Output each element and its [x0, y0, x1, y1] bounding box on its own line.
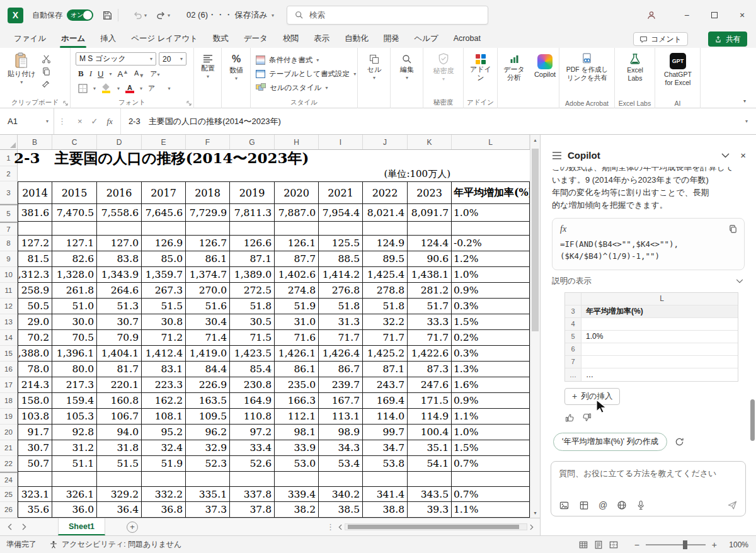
sheet-tab-sheet1[interactable]: Sheet1	[58, 518, 105, 535]
row-number-20[interactable]: 20	[0, 425, 18, 440]
data-cell[interactable]: 270.0	[186, 283, 230, 299]
data-cell[interactable]	[452, 222, 530, 236]
data-cell[interactable]: 1.5%	[452, 440, 530, 456]
data-cell[interactable]	[186, 222, 230, 236]
year-header-cell[interactable]: 2023	[408, 181, 452, 204]
column-header-I[interactable]: I	[319, 135, 363, 149]
data-cell[interactable]: 51.8	[230, 299, 275, 314]
data-cell[interactable]	[52, 472, 97, 487]
column-header-E[interactable]: E	[142, 135, 186, 149]
data-cell[interactable]: 343.5	[408, 487, 452, 502]
enter-icon[interactable]: ✓	[91, 117, 98, 126]
insert-function-icon[interactable]: fx	[107, 117, 113, 127]
data-cell[interactable]: 85.0	[142, 251, 186, 267]
row-number-17[interactable]: 17	[0, 377, 18, 393]
data-cell[interactable]: 281.2	[408, 283, 452, 299]
data-cell[interactable]: 1.5%	[452, 314, 530, 330]
horizontal-scrollbar[interactable]	[338, 523, 534, 530]
data-cell[interactable]: 38.2	[275, 502, 319, 518]
data-cell[interactable]: 341.4	[363, 487, 408, 502]
year-header-cell[interactable]: 2016	[97, 181, 142, 204]
data-cell[interactable]: 91.7	[18, 425, 52, 440]
data-cell[interactable]: 267.3	[142, 283, 186, 299]
data-cell[interactable]: 1,414.2	[319, 267, 363, 283]
data-cell[interactable]: 36.0	[52, 502, 97, 518]
data-cell[interactable]: 87.3	[408, 362, 452, 377]
data-cell[interactable]: 1,402.6	[275, 267, 319, 283]
column-header-D[interactable]: D	[97, 135, 142, 149]
data-cell[interactable]: 7,645.6	[142, 204, 186, 222]
underline-button[interactable]: U	[98, 69, 103, 79]
data-cell[interactable]: 50.5	[18, 299, 52, 314]
data-cell[interactable]: 160.8	[97, 393, 142, 409]
data-cell[interactable]: 337.8	[230, 487, 275, 502]
data-cell[interactable]: 34.7	[363, 440, 408, 456]
data-cell[interactable]: 158.0	[18, 393, 52, 409]
data-cell[interactable]: 30.8	[142, 314, 186, 330]
data-cell[interactable]: 0.7%	[452, 456, 530, 472]
redo-button[interactable]: ▾	[156, 10, 170, 20]
font-size-select[interactable]: 20 ▾	[159, 52, 186, 66]
dialog-launcher-icon[interactable]	[186, 101, 192, 106]
data-cell[interactable]: 53.0	[275, 456, 319, 472]
data-cell[interactable]: 109.5	[186, 409, 230, 425]
data-cell[interactable]: 243.7	[363, 377, 408, 393]
data-cell[interactable]: 92.8	[52, 425, 97, 440]
thumbs-down-icon[interactable]	[582, 413, 592, 423]
data-cell[interactable]: 335.1	[186, 487, 230, 502]
data-cell[interactable]: 30.0	[52, 314, 97, 330]
microphone-icon[interactable]	[636, 500, 645, 510]
data-cell[interactable]: 169.4	[363, 393, 408, 409]
data-cell[interactable]: 126.1	[275, 236, 319, 251]
data-cell[interactable]: 38.5	[319, 502, 363, 518]
data-cell[interactable]: 0.3%	[452, 299, 530, 314]
data-cell[interactable]: 171.5	[408, 393, 452, 409]
data-cell[interactable]: 51.5	[142, 299, 186, 314]
row-number-11[interactable]: 11	[0, 283, 18, 299]
data-cell[interactable]: 1.2%	[452, 251, 530, 267]
data-cell[interactable]: 113.1	[319, 409, 363, 425]
zoom-in-button[interactable]: +	[712, 540, 717, 550]
save-button[interactable]	[102, 10, 113, 21]
zoom-level[interactable]: 100%	[723, 540, 748, 549]
data-cell[interactable]: 51.9	[142, 456, 186, 472]
globe-icon[interactable]	[617, 500, 627, 510]
data-cell[interactable]: 127.2	[18, 236, 52, 251]
data-cell[interactable]: 53.4	[319, 456, 363, 472]
data-cell[interactable]: 167.7	[319, 393, 363, 409]
data-cell[interactable]	[97, 222, 142, 236]
data-cell[interactable]: 0.9%	[452, 393, 530, 409]
data-cell[interactable]	[408, 472, 452, 487]
data-cell[interactable]: 71.6	[275, 330, 319, 346]
alignment-button[interactable]: 配置 ▾	[198, 54, 217, 80]
horizontal-scrollbar-thumb[interactable]	[348, 525, 519, 529]
page-layout-view-icon[interactable]	[594, 540, 603, 549]
name-box[interactable]: A1 ▾	[0, 108, 54, 134]
row-number-19[interactable]: 19	[0, 409, 18, 425]
data-cell[interactable]: 83.8	[97, 251, 142, 267]
row-number-10[interactable]: 10	[0, 267, 18, 283]
scroll-up-icon[interactable]: ▴	[530, 135, 540, 145]
year-header-cell[interactable]: 年平均増加率(%)	[452, 181, 530, 204]
data-cell[interactable]: 30.5	[230, 314, 275, 330]
data-cell[interactable]: 0.3%	[452, 346, 530, 362]
tab-page-layout[interactable]: ページ レイアウト	[123, 30, 205, 48]
row-number-5[interactable]: 5	[0, 204, 18, 222]
row-number-7[interactable]: 7	[0, 222, 18, 236]
data-cell[interactable]: 235.0	[275, 377, 319, 393]
data-cell[interactable]: 126.9	[142, 236, 186, 251]
data-cell[interactable]: 1,328.0	[52, 267, 97, 283]
thumbs-up-icon[interactable]	[564, 413, 575, 423]
data-cell[interactable]	[52, 222, 97, 236]
copilot-button[interactable]: Copilot	[533, 54, 557, 79]
phonetic-guide-button[interactable]: ア▾	[150, 69, 159, 79]
data-cell[interactable]: 31.0	[275, 314, 319, 330]
data-cell[interactable]: 30.7	[97, 314, 142, 330]
tab-automate[interactable]: 自動化	[337, 30, 376, 48]
decrease-font-button[interactable]: A▼	[134, 69, 144, 79]
cell-styles-button[interactable]: セルのスタイル ▾	[251, 81, 357, 94]
data-cell[interactable]: 94.0	[97, 425, 142, 440]
row-number-25[interactable]: 25	[0, 487, 18, 502]
data-cell[interactable]	[97, 472, 142, 487]
data-cell[interactable]: 51.5	[97, 456, 142, 472]
